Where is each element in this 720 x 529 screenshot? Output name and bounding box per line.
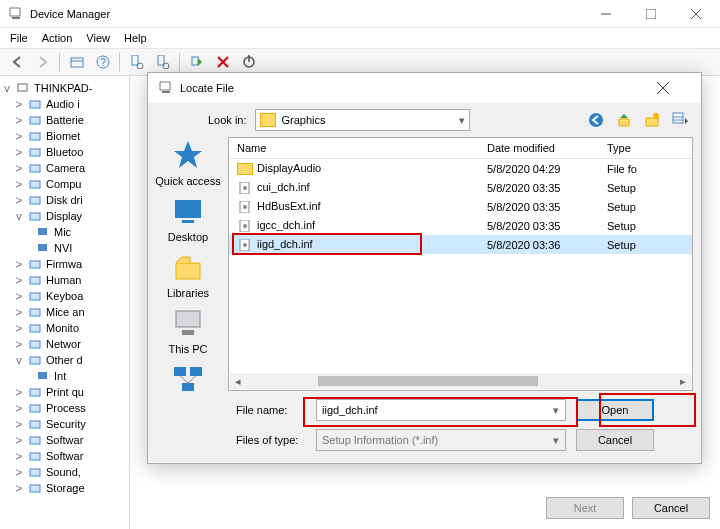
file-list[interactable]: DisplayAudio5/8/2020 04:29File focui_dch… (229, 159, 692, 254)
tree-item[interactable]: >Bluetoo (2, 144, 127, 160)
menu-action[interactable]: Action (42, 32, 73, 44)
scroll-right-icon[interactable]: ▸ (675, 373, 691, 389)
nav-up-icon[interactable] (615, 111, 633, 129)
tree-item[interactable]: >Batterie (2, 112, 127, 128)
dialog-cancel-button[interactable]: Cancel (576, 429, 654, 451)
file-name-value: iigd_dch.inf (322, 404, 378, 416)
tree-item[interactable]: >Storage (2, 480, 127, 496)
tree-item[interactable]: >Monito (2, 320, 127, 336)
window-title: Device Manager (30, 8, 110, 20)
chevron-down-icon: ▾ (459, 114, 465, 127)
toolbar-uninstall-button[interactable] (211, 50, 235, 74)
toolbar-back-button[interactable] (5, 50, 29, 74)
tree-item[interactable]: >Disk dri (2, 192, 127, 208)
tree-item[interactable]: vOther d (2, 352, 127, 368)
dialog-close-button[interactable] (657, 82, 697, 94)
dialog-file-area[interactable]: Name Date modified Type DisplayAudio5/8/… (228, 137, 693, 391)
tree-root[interactable]: vTHINKPAD- (2, 80, 127, 96)
tree-item[interactable]: >Biomet (2, 128, 127, 144)
wizard-cancel-button[interactable]: Cancel (632, 497, 710, 519)
place-network[interactable]: Network (168, 361, 208, 391)
tree-item[interactable]: >Mice an (2, 304, 127, 320)
tree-item[interactable]: >Process (2, 400, 127, 416)
dialog-title: Locate File (180, 82, 234, 94)
wizard-button-bar: Next Cancel (546, 497, 710, 519)
tree-item[interactable]: >Sound, (2, 464, 127, 480)
svg-rect-37 (30, 389, 40, 396)
tree-item[interactable]: >Human (2, 272, 127, 288)
toolbar-scan-button[interactable] (125, 50, 149, 74)
svg-rect-50 (673, 113, 683, 123)
svg-point-11 (137, 63, 143, 69)
window-minimize-button[interactable] (583, 0, 628, 28)
place-quick-access[interactable]: Quick access (155, 137, 220, 187)
svg-rect-20 (30, 117, 40, 124)
place-label: Quick access (155, 175, 220, 187)
scroll-thumb[interactable] (318, 376, 538, 386)
svg-line-62 (188, 376, 196, 383)
file-icon (237, 220, 253, 232)
toolbar-disable-button[interactable] (237, 50, 261, 74)
menu-help[interactable]: Help (124, 32, 147, 44)
svg-point-66 (243, 205, 247, 209)
folder-icon (260, 113, 276, 127)
svg-rect-34 (30, 341, 40, 348)
menu-view[interactable]: View (86, 32, 110, 44)
tree-item[interactable]: >Softwar (2, 432, 127, 448)
window-close-button[interactable] (673, 0, 718, 28)
device-manager-titlebar: Device Manager (0, 0, 720, 28)
header-type[interactable]: Type (599, 138, 692, 158)
tree-item[interactable]: >Keyboa (2, 288, 127, 304)
tree-item[interactable]: Int (2, 368, 127, 384)
header-name[interactable]: Name (229, 138, 479, 158)
tree-item[interactable]: Mic (2, 224, 127, 240)
toolbar-update-button[interactable] (185, 50, 209, 74)
place-libraries[interactable]: Libraries (167, 249, 209, 299)
svg-rect-24 (30, 181, 40, 188)
nav-back-icon[interactable] (587, 111, 605, 129)
tree-item[interactable]: NVI (2, 240, 127, 256)
menu-file[interactable]: File (10, 32, 28, 44)
nav-views-icon[interactable] (671, 111, 689, 129)
tree-item[interactable]: >Print qu (2, 384, 127, 400)
dialog-open-button[interactable]: Open (576, 399, 654, 421)
tree-item[interactable]: >Networ (2, 336, 127, 352)
horizontal-scrollbar[interactable]: ◂ ▸ (230, 373, 691, 389)
toolbar-show-button[interactable] (65, 50, 89, 74)
tree-item[interactable]: >Compu (2, 176, 127, 192)
tree-item[interactable]: >Camera (2, 160, 127, 176)
tree-item[interactable]: >Softwar (2, 448, 127, 464)
toolbar-help-button[interactable]: ? (91, 50, 115, 74)
file-row[interactable]: cui_dch.inf5/8/2020 03:35Setup (229, 178, 692, 197)
svg-rect-43 (30, 485, 40, 492)
file-row[interactable]: DisplayAudio5/8/2020 04:29File fo (229, 159, 692, 178)
file-row[interactable]: iigd_dch.inf5/8/2020 03:36Setup (229, 235, 692, 254)
tree-item[interactable]: >Firmwa (2, 256, 127, 272)
place-this-pc[interactable]: This PC (168, 305, 207, 355)
look-in-dropdown[interactable]: Graphics ▾ (255, 109, 470, 131)
toolbar-forward-button[interactable] (31, 50, 55, 74)
tree-item[interactable]: vDisplay (2, 208, 127, 224)
svg-rect-35 (30, 357, 40, 364)
svg-rect-55 (182, 220, 194, 223)
toolbar-scan2-button[interactable] (151, 50, 175, 74)
tree-item[interactable]: >Audio i (2, 96, 127, 112)
file-type-field[interactable]: Setup Information (*.inf) ▾ (316, 429, 566, 451)
tree-item[interactable]: >Security (2, 416, 127, 432)
file-list-headers[interactable]: Name Date modified Type (229, 138, 692, 159)
scroll-left-icon[interactable]: ◂ (230, 373, 246, 389)
wizard-next-button[interactable]: Next (546, 497, 624, 519)
svg-rect-28 (38, 244, 47, 251)
dialog-places-bar: Quick accessDesktopLibrariesThis PCNetwo… (148, 137, 228, 391)
place-desktop[interactable]: Desktop (168, 193, 208, 243)
file-row[interactable]: HdBusExt.inf5/8/2020 03:35Setup (229, 197, 692, 216)
svg-rect-60 (182, 383, 194, 391)
header-date[interactable]: Date modified (479, 138, 599, 158)
device-tree[interactable]: vTHINKPAD->Audio i>Batterie>Biomet>Bluet… (0, 76, 130, 529)
svg-rect-27 (38, 228, 47, 235)
nav-newfolder-icon[interactable] (643, 111, 661, 129)
file-row[interactable]: igcc_dch.inf5/8/2020 03:35Setup (229, 216, 692, 235)
window-maximize-button[interactable] (628, 0, 673, 28)
file-name-field[interactable]: iigd_dch.inf ▾ (316, 399, 566, 421)
svg-rect-14 (192, 57, 198, 65)
